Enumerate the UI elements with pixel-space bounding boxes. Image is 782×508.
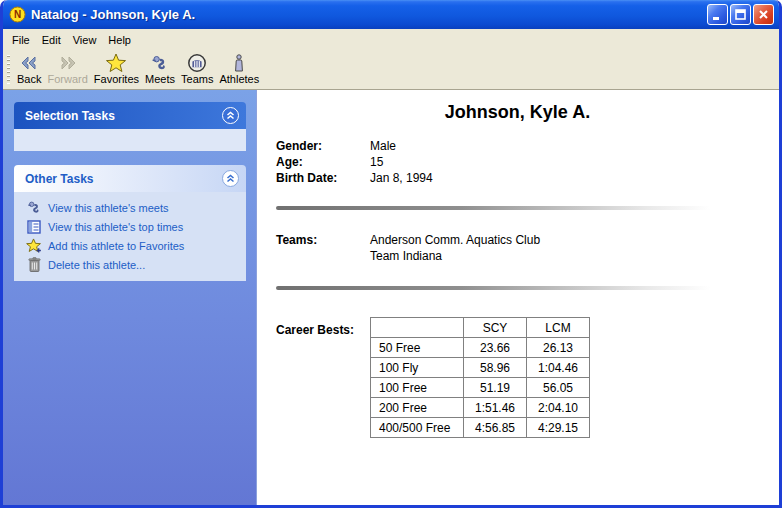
other-tasks-header[interactable]: Other Tasks [14, 165, 246, 192]
favorites-star-icon [105, 54, 127, 73]
minimize-icon [711, 8, 724, 21]
scy-column-header: SCY [464, 318, 527, 338]
teams-button[interactable]: Teams [178, 53, 216, 87]
other-tasks-panel: Other Tasks View this athlete's meets [14, 165, 246, 281]
menu-view[interactable]: View [67, 31, 103, 49]
lcm-cell: 56.05 [527, 378, 590, 398]
favorites-button[interactable]: Favorites [91, 53, 142, 87]
menu-file[interactable]: File [6, 31, 36, 49]
forward-button[interactable]: Forward [44, 53, 90, 87]
teams-icon [187, 54, 207, 73]
task-view-top-times[interactable]: View this athlete's top times [26, 217, 240, 236]
task-label: View this athlete's meets [48, 202, 169, 214]
meets-label: Meets [145, 73, 175, 85]
gender-label: Gender: [276, 138, 370, 154]
title-bar: N Natalog - Johnson, Kyle A. [3, 0, 779, 29]
lcm-cell: 2:04.10 [527, 398, 590, 418]
birth-date-value: Jan 8, 1994 [370, 170, 433, 186]
back-label: Back [17, 73, 41, 85]
table-row: 100 Fly 58.96 1:04.46 [371, 358, 590, 378]
scy-cell: 23.66 [464, 338, 527, 358]
age-value: 15 [370, 154, 383, 170]
athlete-detail-pane: Johnson, Kyle A. Gender:Male Age:15 Birt… [256, 90, 779, 505]
task-label: Delete this athlete... [48, 259, 145, 271]
scy-cell: 1:51.46 [464, 398, 527, 418]
event-cell: 200 Free [371, 398, 464, 418]
athletes-button[interactable]: Athletes [216, 53, 262, 87]
teams-label: Teams: [276, 232, 370, 264]
scy-cell: 58.96 [464, 358, 527, 378]
task-delete-athlete[interactable]: Delete this athlete... [26, 255, 240, 274]
collapse-chevron-icon[interactable] [222, 107, 239, 124]
menu-help[interactable]: Help [102, 31, 137, 49]
forward-label: Forward [47, 73, 87, 85]
table-row: 50 Free 23.66 26.13 [371, 338, 590, 358]
meets-swimmer-icon [26, 200, 42, 215]
svg-text:N: N [14, 9, 21, 20]
task-pane-sidebar: Selection Tasks Other Tasks [3, 90, 256, 505]
meets-swimmer-icon [151, 54, 169, 73]
event-cell: 100 Fly [371, 358, 464, 378]
event-cell: 100 Free [371, 378, 464, 398]
teams-label: Teams [181, 73, 213, 85]
toolbar-gripper[interactable] [7, 55, 10, 84]
age-label: Age: [276, 154, 370, 170]
app-window: N Natalog - Johnson, Kyle A. File Edit V… [0, 0, 782, 508]
maximize-button[interactable] [730, 4, 751, 25]
window-title: Natalog - Johnson, Kyle A. [31, 7, 707, 22]
other-tasks-title: Other Tasks [25, 172, 93, 186]
meets-button[interactable]: Meets [142, 53, 178, 87]
gender-value: Male [370, 138, 396, 154]
lcm-cell: 26.13 [527, 338, 590, 358]
athletes-person-icon [232, 54, 246, 73]
collapse-chevron-icon[interactable] [222, 170, 239, 187]
selection-tasks-panel: Selection Tasks [14, 102, 246, 151]
athletes-label: Athletes [219, 73, 259, 85]
lcm-column-header: LCM [527, 318, 590, 338]
table-row: 100 Free 51.19 56.05 [371, 378, 590, 398]
delete-trash-icon [26, 257, 42, 272]
team-name: Anderson Comm. Aquatics Club [370, 232, 540, 248]
event-cell: 50 Free [371, 338, 464, 358]
table-row: 200 Free 1:51.46 2:04.10 [371, 398, 590, 418]
teams-values: Anderson Comm. Aquatics Club Team Indian… [370, 232, 540, 264]
teams-section: Teams: Anderson Comm. Aquatics Club Team… [276, 232, 779, 264]
career-bests-section: Career Bests: SCY LCM 50 Free 23.66 26.1… [276, 317, 779, 438]
career-bests-label: Career Bests: [276, 317, 370, 438]
selection-tasks-header[interactable]: Selection Tasks [14, 102, 246, 129]
section-divider [276, 286, 738, 290]
lcm-cell: 1:04.46 [527, 358, 590, 378]
task-label: View this athlete's top times [48, 221, 183, 233]
task-view-meets[interactable]: View this athlete's meets [26, 198, 240, 217]
task-label: Add this athlete to Favorites [48, 240, 184, 252]
birth-date-label: Birth Date: [276, 170, 370, 186]
task-add-favorite[interactable]: Add this athlete to Favorites [26, 236, 240, 255]
athlete-name-title: Johnson, Kyle A. [276, 102, 759, 123]
back-icon [19, 54, 39, 73]
close-icon [757, 8, 770, 21]
career-bests-table: SCY LCM 50 Free 23.66 26.13 100 Fly 58.9… [370, 317, 590, 438]
favorites-label: Favorites [94, 73, 139, 85]
minimize-button[interactable] [707, 4, 728, 25]
team-name: Team Indiana [370, 248, 540, 264]
back-button[interactable]: Back [14, 53, 44, 87]
maximize-icon [734, 8, 747, 21]
selection-tasks-title: Selection Tasks [25, 109, 115, 123]
section-divider [276, 206, 738, 210]
app-icon: N [9, 6, 26, 23]
menu-bar: File Edit View Help [3, 29, 779, 50]
toolbar: Back Forward Favorites Meets Teams [3, 50, 779, 90]
event-cell: 400/500 Free [371, 418, 464, 438]
table-row: 400/500 Free 4:56.85 4:29.15 [371, 418, 590, 438]
event-column-header [371, 318, 464, 338]
scy-cell: 4:56.85 [464, 418, 527, 438]
selection-tasks-body [14, 129, 246, 151]
close-button[interactable] [753, 4, 774, 25]
top-times-list-icon [26, 220, 42, 234]
scy-cell: 51.19 [464, 378, 527, 398]
athlete-details: Gender:Male Age:15 Birth Date:Jan 8, 199… [276, 138, 779, 186]
forward-icon [58, 54, 78, 73]
lcm-cell: 4:29.15 [527, 418, 590, 438]
add-favorite-star-icon [26, 238, 42, 254]
menu-edit[interactable]: Edit [36, 31, 67, 49]
